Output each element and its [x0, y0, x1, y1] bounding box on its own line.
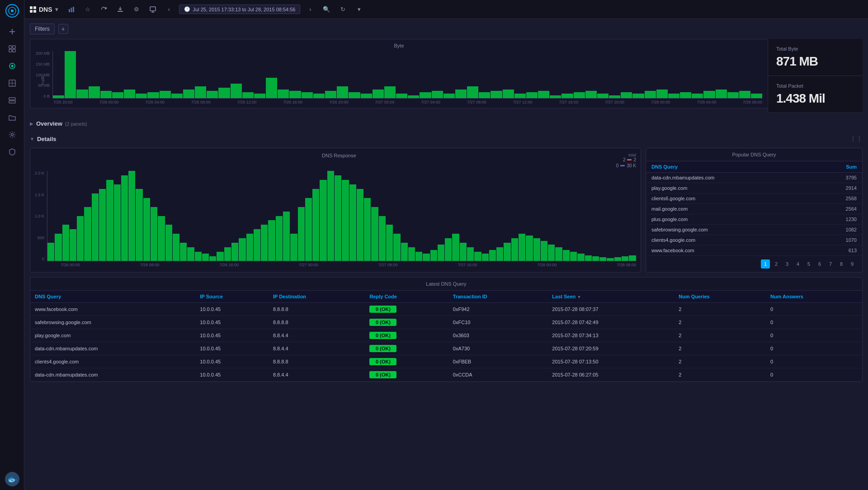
dns-bar [128, 171, 135, 261]
dns-bar [379, 216, 386, 261]
svg-rect-4 [13, 46, 15, 48]
overview-section-header[interactable]: ▶ Overview (2 panels) [30, 118, 863, 130]
sidebar-item-plus[interactable] [4, 24, 20, 39]
popular-table-row[interactable]: clients6.google.com2568 [646, 193, 862, 204]
popular-table-row[interactable]: play.google.com2914 [646, 183, 862, 193]
search-icon[interactable]: 🔍 [320, 3, 333, 16]
byte-bar [231, 84, 242, 99]
popular-table-row[interactable]: data-cdn.mbamupdates.com3795 [646, 173, 862, 183]
latest-num-answers: 0 [766, 329, 862, 342]
legend-total-label: total [616, 153, 636, 157]
latest-table-row[interactable]: play.google.com 10.0.0.45 8.8.4.4 0 (OK)… [30, 329, 862, 342]
latest-table-row[interactable]: data-cdn.mbamupdates.com 10.0.0.45 8.8.4… [30, 368, 862, 382]
popular-table-row[interactable]: mail.google.com2564 [646, 204, 862, 214]
popular-table-row[interactable]: safebrowsing.google.com1082 [646, 225, 862, 235]
latest-table-row[interactable]: clients4.google.com 10.0.0.45 8.8.8.8 0 … [30, 355, 862, 368]
byte-bar [89, 86, 100, 98]
page-btn-6[interactable]: 6 [815, 259, 824, 269]
sidebar-item-folder[interactable] [4, 110, 20, 125]
dns-y-axis: 2.0 K 1.5 K 1.0 K 500 0 [35, 171, 47, 261]
page-btn-5[interactable]: 5 [804, 259, 813, 269]
page-btn-9[interactable]: 9 [848, 259, 857, 269]
sidebar-item-settings[interactable] [4, 127, 20, 142]
latest-tx-id: 0xFC10 [448, 316, 548, 329]
share-icon[interactable] [98, 3, 110, 16]
byte-bar [432, 91, 443, 98]
latest-num-queries: 2 [674, 329, 766, 342]
dropdown-arrow-icon[interactable]: ▾ [55, 6, 58, 13]
filters-button[interactable]: Filters [30, 24, 55, 34]
byte-bar [632, 94, 644, 98]
latest-table-row[interactable]: data-cdn.mbamupdates.com 10.0.0.45 8.8.4… [30, 342, 862, 355]
details-section-header[interactable]: ▼ Details ⋮⋮ [30, 132, 863, 145]
page-btn-2[interactable]: 2 [772, 259, 781, 269]
main-scroll-area[interactable]: Filters + Byte 200 MB 150 MB 100 MB 50 M… [24, 19, 868, 490]
byte-bar [574, 92, 585, 98]
details-actions-icon[interactable]: ⋮⋮ [850, 135, 863, 142]
dns-bar [195, 252, 202, 261]
dns-bar [298, 207, 305, 261]
prev-icon[interactable]: ‹ [163, 3, 175, 16]
dns-bar [62, 225, 69, 261]
popular-table-row[interactable]: plus.google.com1230 [646, 214, 862, 225]
popular-table-row[interactable]: clients4.google.com1070 [646, 235, 862, 245]
sidebar-item-dns[interactable] [4, 59, 20, 73]
byte-bar [384, 86, 396, 98]
popular-dns-table: DNS Query Sum data-cdn.mbamupdates.com37… [646, 161, 862, 256]
total-packet-value: 1.438 Mil [776, 91, 854, 106]
sort-icon[interactable]: ▼ [577, 295, 581, 299]
latest-last-seen: 2015-07-28 07:34:13 [547, 329, 674, 342]
page-btn-3[interactable]: 3 [783, 259, 792, 269]
sidebar-item-dashboard[interactable] [4, 42, 20, 56]
refresh-icon[interactable]: ↻ [336, 3, 349, 16]
dns-bar [151, 207, 157, 261]
x-label-0: 7/25 20:00 [53, 100, 73, 104]
popular-table-row[interactable]: www.facebook.com613 [646, 245, 862, 256]
details-chevron-icon: ▼ [30, 137, 34, 141]
next-icon[interactable]: › [304, 3, 316, 16]
time-range[interactable]: 🕐 Jul 25, 2015 17:33:13 to Jul 28, 2015 … [179, 5, 301, 14]
latest-table-row[interactable]: safebrowsing.google.com 10.0.0.45 8.8.8.… [30, 316, 862, 329]
latest-ip-dest: 8.8.4.4 [269, 329, 365, 342]
bar-chart-icon[interactable] [65, 3, 78, 16]
dns-bar [187, 247, 194, 261]
latest-num-answers: 0 [766, 368, 862, 382]
x-label-8: 7/27 04:00 [421, 100, 441, 104]
page-btn-4[interactable]: 4 [793, 259, 802, 269]
more-icon[interactable]: ▾ [353, 3, 365, 16]
download-icon[interactable] [114, 3, 127, 16]
page-btn-1[interactable]: 1 [761, 259, 770, 269]
byte-bar [467, 86, 478, 98]
sidebar: 🐟 [0, 0, 24, 490]
total-byte-label: Total Byte [776, 46, 854, 52]
page-btn-8[interactable]: 8 [837, 259, 846, 269]
dns-bar [482, 254, 489, 261]
byte-chart-area: Traffic 7/25 20:00 7/26 00:00 7/26 04:00… [52, 51, 762, 104]
popular-query: clients6.google.com [646, 193, 813, 204]
monitor-icon[interactable] [146, 3, 159, 16]
dns-bar [371, 207, 378, 261]
dns-bar [430, 250, 437, 261]
latest-table-row[interactable]: www.facebook.com 10.0.0.45 8.8.8.8 0 (OK… [30, 303, 862, 316]
byte-bar [325, 91, 336, 98]
byte-bar [76, 90, 88, 99]
sidebar-item-grid[interactable] [4, 76, 20, 90]
latest-reply: 0 (OK) [365, 316, 448, 329]
dns-bar [180, 243, 187, 261]
sidebar-item-server[interactable] [4, 93, 20, 108]
sidebar-item-shield[interactable] [4, 145, 20, 159]
dns-x-2: 7/26 16:00 [220, 263, 239, 267]
legend-2-value: 2 [633, 157, 636, 162]
byte-bar [692, 94, 703, 98]
byte-bar [680, 92, 691, 98]
page-btn-7[interactable]: 7 [826, 259, 835, 269]
user-avatar[interactable]: 🐟 [5, 472, 19, 486]
star-icon[interactable]: ☆ [81, 3, 94, 16]
filters-add-button[interactable]: + [58, 24, 68, 34]
x-label-7: 7/27 00:00 [375, 100, 395, 104]
byte-bar [207, 91, 218, 98]
x-label-12: 7/27 20:00 [605, 100, 624, 104]
app-logo[interactable] [5, 4, 19, 18]
svg-rect-16 [71, 8, 72, 12]
gear-icon[interactable]: ⚙ [130, 3, 143, 16]
